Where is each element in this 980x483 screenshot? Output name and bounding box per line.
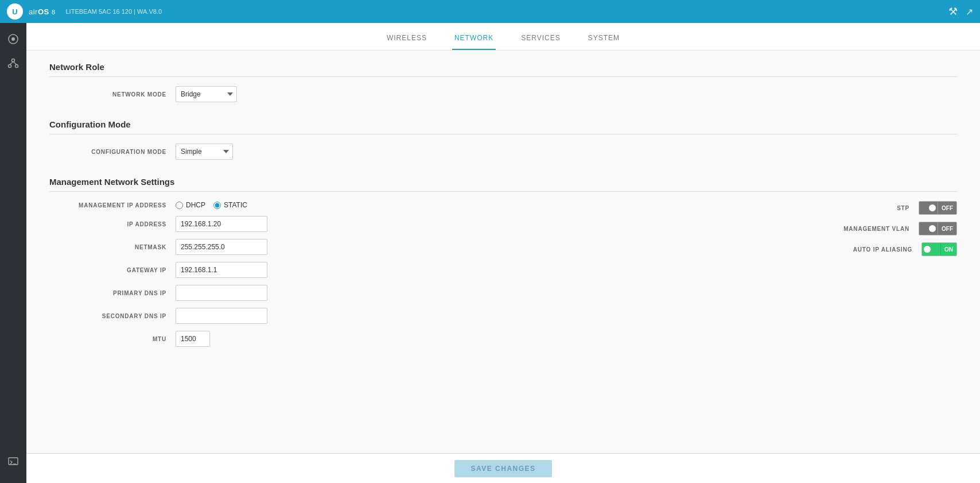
mgmt-vlan-toggle[interactable]: OFF (919, 222, 957, 235)
dhcp-label: DHCP (186, 201, 205, 209)
auto-ip-toggle-track (922, 243, 940, 256)
mgmt-grid: MANAGEMENT IP ADDRESS DHCP ST (49, 201, 957, 354)
management-settings-title: Management Network Settings (49, 177, 957, 192)
static-label: STATIC (224, 201, 247, 209)
mgmt-vlan-toggle-text: OFF (938, 222, 956, 235)
management-settings-section: Management Network Settings MANAGEMENT I… (49, 177, 957, 354)
network-mode-label: NETWORK MODE (49, 91, 176, 98)
netmask-control (176, 239, 267, 255)
gateway-control (176, 262, 267, 278)
ip-address-control (176, 216, 267, 232)
content-area: WIRELESS NETWORK SERVICES SYSTEM Network… (26, 23, 980, 483)
mtu-row: MTU (49, 331, 503, 347)
mgmt-ip-control: DHCP STATIC (176, 201, 247, 209)
top-bar-left: U airOS 8 LITEBEAM 5AC 16 120 | WA.V8.0 (7, 3, 162, 20)
stp-toggle-knob (929, 204, 936, 211)
mgmt-vlan-row: MANAGEMENT VLAN OFF (503, 222, 957, 235)
configuration-mode-section: Configuration Mode CONFIGURATION MODE Si… (49, 119, 957, 160)
dhcp-option[interactable]: DHCP (176, 201, 205, 209)
svg-line-6 (13, 62, 17, 65)
sidebar-dashboard-icon[interactable] (3, 29, 24, 49)
network-role-section: Network Role NETWORK MODE Bridge Router … (49, 62, 957, 102)
tools-icon[interactable]: ⚒ (948, 5, 958, 18)
ip-address-row: IP ADDRESS (49, 216, 503, 232)
mgmt-vlan-toggle-track (919, 222, 938, 235)
static-radio[interactable] (213, 202, 221, 209)
dhcp-radio[interactable] (176, 202, 183, 209)
auto-ip-toggle[interactable]: ON (921, 242, 957, 256)
tab-wireless[interactable]: WIRELESS (384, 34, 429, 50)
svg-point-3 (9, 65, 11, 68)
gateway-label: GATEWAY IP (49, 267, 176, 273)
gateway-row: GATEWAY IP (49, 262, 503, 278)
ip-address-input[interactable] (176, 216, 267, 232)
svg-rect-7 (9, 458, 18, 465)
stp-toggle-track (919, 202, 938, 214)
tab-services[interactable]: SERVICES (519, 34, 562, 50)
mtu-label: MTU (49, 336, 176, 342)
brand-label: airOS 8 (29, 7, 56, 16)
config-mode-row: CONFIGURATION MODE Simple Advanced (49, 144, 957, 160)
config-mode-label: CONFIGURATION MODE (49, 149, 176, 155)
primary-dns-input[interactable] (176, 285, 267, 301)
save-changes-button[interactable]: SAVE CHANGES (454, 460, 551, 477)
static-option[interactable]: STATIC (213, 201, 247, 209)
network-mode-select[interactable]: Bridge Router SOHO Router (176, 86, 237, 102)
top-bar: U airOS 8 LITEBEAM 5AC 16 120 | WA.V8.0 … (0, 0, 980, 23)
top-bar-right: ⚒ ↗ (948, 5, 973, 18)
mtu-control (176, 331, 210, 347)
sidebar (0, 23, 26, 483)
mgmt-left-col: MANAGEMENT IP ADDRESS DHCP ST (49, 201, 503, 354)
secondary-dns-row: SECONDARY DNS IP (49, 308, 503, 324)
auto-ip-label: AUTO IP ALIASING (807, 246, 921, 253)
netmask-row: NETMASK (49, 239, 503, 255)
stp-toggle[interactable]: OFF (919, 201, 957, 215)
mgmt-vlan-toggle-knob (929, 225, 936, 232)
bottom-bar: SAVE CHANGES (26, 453, 980, 483)
network-mode-row: NETWORK MODE Bridge Router SOHO Router (49, 86, 957, 102)
ubnt-logo: U (7, 3, 23, 20)
stp-toggle-text: OFF (938, 202, 956, 214)
auto-ip-toggle-knob (924, 246, 931, 253)
mgmt-vlan-label: MANAGEMENT VLAN (804, 226, 919, 232)
svg-point-2 (12, 59, 15, 62)
page-content: Network Role NETWORK MODE Bridge Router … (26, 51, 980, 453)
svg-point-4 (15, 65, 18, 68)
export-icon[interactable]: ↗ (966, 6, 973, 17)
main-layout: WIRELESS NETWORK SERVICES SYSTEM Network… (0, 23, 980, 483)
tab-system[interactable]: SYSTEM (586, 34, 622, 50)
svg-line-5 (10, 62, 13, 65)
auto-ip-toggle-text: ON (940, 243, 956, 256)
primary-dns-row: PRIMARY DNS IP (49, 285, 503, 301)
network-mode-control: Bridge Router SOHO Router (176, 86, 237, 102)
netmask-input[interactable] (176, 239, 267, 255)
gateway-input[interactable] (176, 262, 267, 278)
config-mode-control: Simple Advanced (176, 144, 233, 160)
sidebar-network-icon[interactable] (3, 53, 24, 74)
mgmt-ip-row: MANAGEMENT IP ADDRESS DHCP ST (49, 201, 503, 209)
stp-label: STP (804, 205, 919, 211)
network-role-title: Network Role (49, 62, 957, 77)
mtu-input[interactable] (176, 331, 210, 347)
device-info: LITEBEAM 5AC 16 120 | WA.V8.0 (66, 8, 162, 15)
stp-row: STP OFF (503, 201, 957, 215)
mgmt-ip-label: MANAGEMENT IP ADDRESS (49, 202, 176, 208)
config-mode-select[interactable]: Simple Advanced (176, 144, 233, 160)
secondary-dns-input[interactable] (176, 308, 267, 324)
tab-network[interactable]: NETWORK (452, 34, 496, 50)
sidebar-terminal-icon[interactable] (3, 451, 24, 472)
primary-dns-label: PRIMARY DNS IP (49, 290, 176, 296)
ip-mode-radio-group: DHCP STATIC (176, 201, 247, 209)
primary-dns-control (176, 285, 267, 301)
secondary-dns-control (176, 308, 267, 324)
netmask-label: NETMASK (49, 244, 176, 250)
ip-address-label: IP ADDRESS (49, 221, 176, 227)
auto-ip-row: AUTO IP ALIASING ON (503, 242, 957, 256)
secondary-dns-label: SECONDARY DNS IP (49, 313, 176, 319)
config-mode-title: Configuration Mode (49, 119, 957, 134)
svg-point-1 (11, 37, 15, 41)
mgmt-right-col: STP OFF MANAGEMENT VLAN (503, 201, 957, 354)
nav-tabs: WIRELESS NETWORK SERVICES SYSTEM (26, 23, 980, 51)
